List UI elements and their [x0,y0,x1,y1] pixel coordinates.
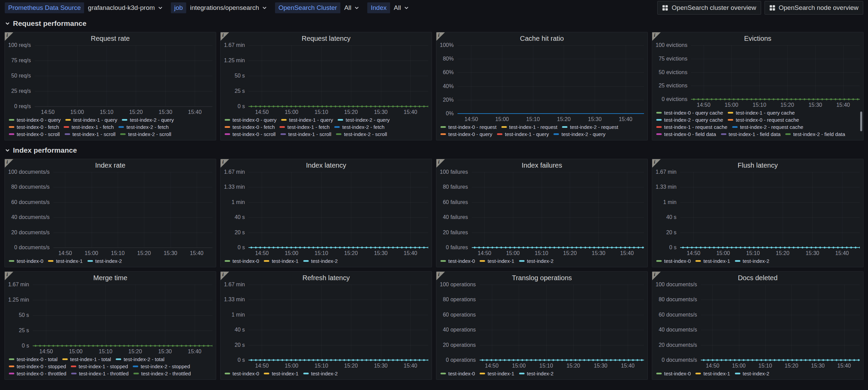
panel-info-corner-icon[interactable]: i [5,32,13,41]
variable-picker-cluster[interactable]: All [341,2,362,13]
legend-item[interactable]: test-index-2 - fetch [334,124,384,130]
panel-info-corner-icon[interactable]: i [221,159,229,168]
legend-item[interactable]: test-index-0 - scroll [225,131,276,137]
variable-picker-job[interactable]: integrations/opensearch [187,2,270,13]
legend-item[interactable]: test-index-1 - field data [721,131,781,137]
legend-item[interactable]: test-index-0 - fetch [225,124,275,130]
legend-item[interactable]: test-index-1 [695,371,730,376]
legend-item[interactable]: test-index-0 [440,258,475,264]
legend-item[interactable]: test-index-0 [225,371,259,376]
graph-canvas[interactable] [691,45,860,99]
legend-item[interactable]: test-index-1 [48,258,82,264]
legend-item[interactable]: test-index-2 [735,258,769,264]
graph-canvas[interactable] [248,172,428,248]
legend-item[interactable]: test-index-0 [440,371,475,376]
panel-info-corner-icon[interactable]: i [652,272,661,280]
legend-item[interactable]: test-index-0 [9,258,43,264]
panel-info-corner-icon[interactable]: i [5,159,13,168]
legend-item[interactable]: test-index-1 - scroll [280,131,332,137]
graph-canvas[interactable] [680,172,860,248]
legend-item[interactable]: test-index-2 [519,258,553,264]
legend-item[interactable]: test-index-1 - fetch [279,124,329,130]
legend-item[interactable]: test-index-1 - total [62,356,111,362]
legend-item[interactable]: test-index-2 - total [116,356,164,362]
legend-item[interactable]: test-index-2 [303,371,338,376]
panel-info-corner-icon[interactable]: i [436,272,445,280]
legend-item[interactable]: test-index-2 [519,371,553,376]
legend-item[interactable]: test-index-0 - total [9,356,58,362]
panel-info-corner-icon[interactable]: i [652,159,661,168]
legend-item[interactable]: test-index-1 [264,371,298,376]
legend-item[interactable]: test-index-0 - throttled [9,371,66,376]
section-header-request-performance[interactable]: Request performance [5,18,863,29]
link-cluster-overview[interactable]: OpenSearch cluster overview [657,1,761,15]
legend-item[interactable]: test-index-2 - scroll [336,131,387,137]
panel-title-bar[interactable]: Refresh latency [221,272,432,284]
legend-item[interactable]: test-index-0 - request [440,124,497,130]
graph-canvas[interactable] [248,45,428,106]
legend-item[interactable]: test-index-0 - query [225,117,276,123]
panel-title-bar[interactable]: Index failures [436,159,647,171]
legend-item[interactable]: test-index-2 - query [338,117,389,123]
legend-item[interactable]: test-index-1 [695,258,730,264]
legend-item[interactable]: test-index-0 - query [440,131,492,137]
legend-item[interactable]: test-index-1 [480,258,514,264]
panel-info-corner-icon[interactable]: i [652,32,661,41]
legend-item[interactable]: test-index-0 - query cache [656,110,723,116]
legend-item[interactable]: test-index-2 - scroll [120,131,171,137]
legend-item[interactable]: test-index-1 - query [497,131,549,137]
graph-canvas[interactable] [701,285,860,360]
legend-item[interactable]: test-index-1 [480,371,514,376]
legend-item[interactable]: test-index-2 - throttled [133,371,191,376]
panel-info-corner-icon[interactable]: i [221,32,229,41]
graph-canvas[interactable] [53,172,212,248]
legend-item[interactable]: test-index-2 - stopped [133,363,190,369]
variable-picker-index[interactable]: All [391,2,412,13]
graph-canvas[interactable] [248,285,428,360]
legend-item[interactable]: test-index-2 [303,258,338,264]
legend-item[interactable]: test-index-2 - fetch [118,124,168,130]
panel-title-bar[interactable]: Merge time [5,272,216,284]
legend-item[interactable]: test-index-0 [656,371,691,376]
legend-item[interactable]: test-index-1 - stopped [71,363,128,369]
legend-item[interactable]: test-index-2 - request cache [732,124,803,130]
legend-item[interactable]: test-index-1 - query cache [728,110,794,116]
legend-item[interactable]: test-index-1 - throttled [71,371,129,376]
legend-item[interactable]: test-index-2 - query [553,131,605,137]
panel-title-bar[interactable]: Cache hit ratio [436,32,647,45]
panel-info-corner-icon[interactable]: i [436,32,445,41]
legend-scrollbar[interactable] [860,112,862,131]
legend-item[interactable]: test-index-0 - stopped [9,363,66,369]
legend-item[interactable]: test-index-2 - field data [785,131,845,137]
legend-item[interactable]: test-index-1 - scroll [65,131,116,137]
variable-picker-datasource[interactable]: grafanacloud-k3d-prom [85,2,165,13]
panel-info-corner-icon[interactable]: i [436,159,445,168]
legend-item[interactable]: test-index-2 [735,371,769,376]
legend-item[interactable]: test-index-0 [225,258,259,264]
legend-item[interactable]: test-index-1 - request cache [656,124,727,130]
legend-item[interactable]: test-index-0 - scroll [9,131,60,137]
legend-item[interactable]: test-index-0 - fetch [9,124,59,130]
legend-item[interactable]: test-index-1 - query [65,117,117,123]
panel-title-bar[interactable]: Request latency [221,32,432,45]
legend-item[interactable]: test-index-1 - query [281,117,333,123]
legend-item[interactable]: test-index-0 - request cache [728,117,799,123]
graph-canvas[interactable] [472,172,644,248]
link-node-overview[interactable]: OpenSearch node overview [765,1,863,15]
graph-canvas[interactable] [480,285,644,360]
legend-item[interactable]: test-index-0 [656,258,691,264]
graph-canvas[interactable] [457,45,644,114]
legend-item[interactable]: test-index-2 [87,258,122,264]
panel-title-bar[interactable]: Index latency [221,159,432,171]
panel-title-bar[interactable]: Flush latency [652,159,863,171]
section-header-index-performance[interactable]: Index performance [5,145,863,156]
legend-item[interactable]: test-index-0 - field data [656,131,716,137]
graph-canvas[interactable] [35,45,212,106]
legend-item[interactable]: test-index-1 - request [501,124,558,130]
legend-item[interactable]: test-index-0 - query [9,117,61,123]
graph-canvas[interactable] [33,285,212,346]
panel-title-bar[interactable]: Request rate [5,32,216,45]
panel-info-corner-icon[interactable]: i [5,272,13,280]
legend-item[interactable]: test-index-1 [264,258,298,264]
legend-item[interactable]: test-index-1 - fetch [64,124,114,130]
